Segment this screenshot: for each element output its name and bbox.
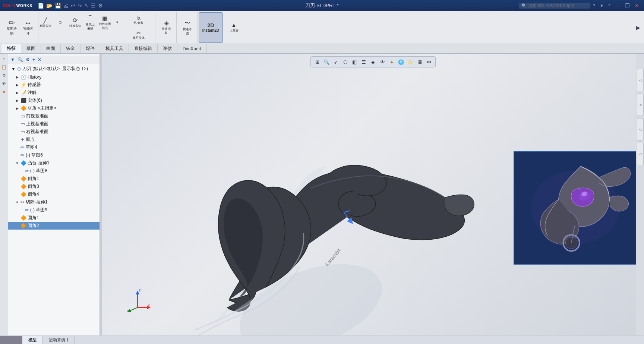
print-icon[interactable]: 🖨 (63, 3, 69, 9)
appearance-icon[interactable]: ● (1, 88, 7, 95)
tab-dimxpert[interactable]: DimXpert (177, 44, 207, 53)
tree-item-sensor[interactable]: ▶ ⚡ 传感器 (8, 81, 100, 89)
tree-item-history[interactable]: ▶ 🕐 History (8, 73, 100, 81)
options-icon[interactable]: ☰ (91, 3, 96, 9)
part-icon: ⬡ (17, 66, 21, 72)
tree-item-notes[interactable]: ▶ 📝 注解 (8, 89, 100, 97)
close-button[interactable]: ✕ (633, 1, 641, 10)
tab-evaluate[interactable]: 评估 (158, 44, 177, 53)
save-icon[interactable]: 💾 (55, 3, 61, 9)
select-icon[interactable]: ↖ (84, 3, 89, 9)
vp-view-orient[interactable]: ☰ (360, 58, 368, 66)
tree-item-sketch4[interactable]: ▶ ✏ 草图4 (8, 143, 100, 151)
vp-more[interactable]: ••• (425, 58, 433, 66)
filter-icon[interactable]: ▼ (10, 56, 16, 63)
vp-section[interactable]: ◧ (350, 58, 359, 66)
vp-previous-view[interactable]: ↙ (332, 58, 340, 66)
restore-button[interactable]: ❐ (623, 1, 631, 10)
open-icon[interactable]: 📂 (46, 3, 53, 9)
svg-line-12 (129, 307, 138, 311)
status-tab-motion[interactable]: 运动算例 1 (43, 336, 75, 344)
ref-image-svg (514, 152, 636, 264)
array-btn[interactable]: ▦ 线性草图阵列 (98, 14, 112, 31)
tab-surface[interactable]: 曲面 (41, 44, 61, 53)
vp-scene[interactable]: 🌐 (397, 58, 405, 66)
filter-gear-icon[interactable]: ⚙ (25, 56, 31, 63)
tree-item-sketch8[interactable]: ▶ ✏ (-) 草图8 (8, 167, 100, 175)
tree-item-material[interactable]: ▶ 🔶 材质 <未指定> (8, 104, 100, 112)
smart-dim-btn[interactable]: ↔ 智能尺 寸 (20, 18, 36, 37)
tab-directedit[interactable]: 直接编辑 (129, 44, 158, 53)
tree-item-sketch9[interactable]: ▶ ✏ (-) 草图9 (8, 206, 100, 214)
param-btn[interactable]: fx 元/参数 (124, 13, 154, 28)
search-input[interactable] (528, 3, 588, 8)
tree-item-solid[interactable]: ▶ ⬛ 实体(6) (8, 97, 100, 104)
tree-item-sketch6[interactable]: ▶ ✏ (-) 草图6 (8, 151, 100, 159)
trim-btn[interactable]: ✂ 修剪实体 (124, 28, 154, 42)
settings-icon[interactable]: ⚙ (98, 3, 103, 9)
vp-realview[interactable]: ✨ (406, 58, 414, 66)
filter-cross-icon[interactable]: ✕ (37, 56, 42, 63)
vp-standard-views[interactable]: ⬡ (341, 58, 349, 66)
array-expand[interactable]: ▼ (113, 14, 122, 31)
vp-zoom-select[interactable]: 🔍 (322, 58, 331, 66)
left-panel: ≡ 📋 ⚙ 👁 ● ▼ 🔍 ⚙ + ✕ ▼ ⬡ 刀刃 (默认<<默认>_显示状态… (0, 54, 100, 335)
tree-root-title[interactable]: ▼ ⬡ 刀刃 (默认<<默认>_显示状态 1>) (8, 64, 100, 73)
tab-sheetmetal[interactable]: 钣金 (61, 44, 80, 53)
viewport[interactable]: ⊞ 🔍 ↙ ⬡ ◧ ☰ ◈ 👁 ● 🌐 ✨ 🖥 ••• (102, 54, 644, 335)
display-icon[interactable]: 👁 (1, 80, 7, 87)
circle-btn[interactable]: ○ (53, 14, 67, 31)
offset-btn[interactable]: ⌒ 曲线上偏移 (83, 14, 97, 31)
redo-icon[interactable]: ↪ (78, 3, 82, 9)
toolbar-row1: ✏ 草图绘 制 ↔ 智能尺 寸 ╱ 有限实体 ○ (0, 11, 644, 44)
property-icon[interactable]: 📋 (1, 64, 7, 70)
vp-hide-show[interactable]: 👁 (378, 58, 386, 66)
svg-text:X: X (148, 303, 150, 307)
tree-item-boss-extrude1[interactable]: ▼ 🔷 凸台-拉伸1 (8, 159, 100, 167)
right-bar-1[interactable]: ◁ (637, 69, 644, 91)
vp-appearance[interactable]: ● (388, 58, 396, 66)
vp-display[interactable]: 🖥 (416, 58, 424, 66)
new-icon[interactable]: 📄 (38, 3, 44, 9)
convert-btn[interactable]: ⟳ 转换实体 (68, 14, 82, 31)
tab-moldtools[interactable]: 模具工具 (100, 44, 129, 53)
right-bar-2[interactable]: ◁ (637, 94, 644, 116)
tree-item-top-plane[interactable]: ▶ ▭ 上视基准面 (8, 120, 100, 128)
config-icon[interactable]: ⚙ (1, 72, 7, 79)
tree-item-fillet1[interactable]: ▶ 🔶 倒角1 (8, 175, 100, 183)
feature-tree-icon[interactable]: ≡ (1, 56, 7, 62)
tree-item-round1[interactable]: ▶ 🔶 圆角1 (8, 214, 100, 222)
toolbar-expand-btn[interactable]: ▶ (636, 25, 640, 31)
sketch8-icon: ✏ (25, 168, 29, 174)
quick-capture-btn[interactable]: ⊕ 快速捕 获 (158, 19, 174, 36)
tree-item-fillet3[interactable]: ▶ 🔶 倒角3 (8, 183, 100, 190)
tab-weldment[interactable]: 焊件 (80, 44, 100, 53)
line-btn[interactable]: ╱ 有限实体 (38, 14, 53, 31)
right-bar-4[interactable]: ◁ (637, 143, 644, 165)
minimize-button[interactable]: — (613, 1, 622, 10)
upcam-btn[interactable]: ▲ 上草素 (226, 20, 242, 35)
quick-sketch-btn[interactable]: 〜 快速草 图 (180, 19, 195, 36)
tree-filter-row: ▼ 🔍 ⚙ + ✕ (8, 56, 100, 64)
tree-item-cut-extrude1[interactable]: ▼ ✂ 切除-拉伸1 (8, 198, 100, 206)
round1-icon: 🔶 (20, 215, 26, 221)
tab-feature[interactable]: 特征 (1, 44, 21, 53)
tree-item-fillet4[interactable]: ▶ 🔶 倒角4 (8, 190, 100, 198)
tree-item-origin[interactable]: ▶ ✦ 原点 (8, 136, 100, 143)
tab-sketch[interactable]: 草图 (21, 44, 41, 53)
filter-search-icon[interactable]: 🔍 (17, 56, 24, 63)
tree-item-right-plane[interactable]: ▶ ▭ 右视基准面 (8, 128, 100, 136)
status-tab-model[interactable]: 模型 (22, 336, 43, 344)
undo-icon[interactable]: ↩ (71, 3, 75, 9)
instant2d-btn[interactable]: 2D Instant2D (203, 20, 219, 35)
sketch-btn[interactable]: ✏ 草图绘 制 (4, 18, 19, 37)
boss-extrude-icon: 🔷 (20, 160, 26, 166)
tree-item-front-plane[interactable]: ▶ ▭ 前视基准面 (8, 112, 100, 120)
filter-plus-icon[interactable]: + (32, 56, 36, 63)
vp-display-style[interactable]: ◈ (369, 58, 377, 66)
right-bar-3[interactable]: ◁ (637, 118, 644, 141)
vp-zoom-extents[interactable]: ⊞ (313, 58, 321, 66)
tree-item-round2[interactable]: ▶ 🔶 圆角2 (8, 222, 100, 230)
tabs-row: 特征 草图 曲面 钣金 焊件 模具工具 直接编辑 评估 DimXpert (0, 44, 644, 54)
fillet3-icon: 🔶 (20, 184, 26, 189)
